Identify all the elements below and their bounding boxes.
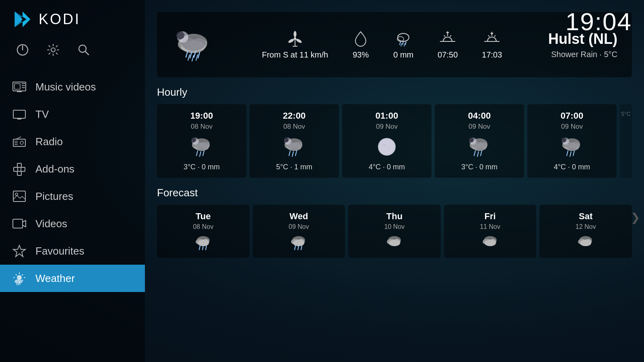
svg-line-72 [494,35,495,37]
sidebar-item-addons-label: Add-ons [35,163,74,175]
hour-temp-4: 4°C · 0 mm [554,163,590,171]
svg-line-44 [198,52,200,58]
forecast-date-1: 09 Nov [289,223,309,230]
svg-line-81 [200,152,201,156]
svg-line-106 [477,152,479,156]
hour-card-4: 07:00 09 Nov 4°C · 0 mm [527,104,617,178]
hour-card-3: 04:00 09 Nov 3°C · 0 mm [435,104,524,178]
music-video-icon [12,80,27,94]
svg-line-41 [186,51,188,57]
top-icons-bar [0,39,145,69]
humidity-detail: 93% [352,30,369,60]
svg-line-35 [20,283,20,285]
svg-point-50 [294,37,296,40]
svg-marker-1 [23,12,31,27]
forecast-icon-2 [384,234,405,251]
forecast-card-4: Sat 12 Nov [539,205,632,258]
svg-line-67 [444,35,445,37]
sidebar: KODI Music vide [0,0,145,362]
settings-icon[interactable] [46,43,60,57]
svg-point-98 [383,144,386,146]
svg-line-34 [18,284,19,285]
svg-line-33 [17,283,17,285]
svg-line-107 [481,151,482,156]
sunrise-icon [439,30,456,47]
forecast-card-2: Thu 10 Nov [348,205,441,258]
power-icon[interactable] [15,43,30,57]
sidebar-item-radio[interactable]: Radio [0,128,145,155]
svg-point-95 [284,138,289,142]
svg-point-52 [295,38,302,43]
weather-header-card: From S at 11 km/h 93% [157,12,632,77]
svg-point-32 [14,280,23,284]
svg-line-117 [573,151,574,156]
main-content: 19:04 [145,0,644,362]
hour-time-4: 07:00 [561,111,583,121]
forecast-row: Tue 08 Nov Wed 09 Nov [157,205,632,258]
forecast-section-title: Forecast [157,187,632,199]
sidebar-item-favourites-label: Favourites [35,245,84,257]
svg-rect-26 [17,171,21,175]
hour-card-5-partial: 5°C [620,104,632,178]
rain-detail: 0 mm [393,30,413,60]
sidebar-item-tv[interactable]: TV [0,101,145,128]
forecast-day-0: Tue [196,211,211,222]
sunset-value: 17:03 [482,50,502,60]
humidity-value: 93% [353,50,369,60]
hour-time-1: 22:00 [283,111,305,121]
svg-line-47 [196,55,198,60]
rain-value: 0 mm [393,50,413,60]
sidebar-item-videos[interactable]: Videos [0,210,145,237]
hour-icon-0 [188,135,215,159]
svg-point-99 [388,148,389,150]
svg-rect-24 [21,167,25,171]
wind-value: From S at 11 km/h [262,50,328,60]
hour-icon-1 [281,135,308,159]
svg-line-115 [567,151,568,156]
sunrise-detail: 07:50 [438,30,458,60]
svg-line-131 [295,246,295,250]
svg-line-91 [289,151,290,156]
sidebar-item-weather[interactable]: Weather [0,265,145,292]
kodi-logo-icon [12,9,33,30]
nav-menu: Music videos TV Radio [0,69,145,362]
radio-icon [12,134,27,149]
sidebar-item-tv-label: TV [35,108,49,121]
sidebar-item-music-videos[interactable]: Music videos [0,73,145,101]
svg-line-93 [295,151,297,156]
svg-line-125 [202,246,203,250]
svg-rect-29 [13,219,23,228]
sidebar-item-addons[interactable]: Add-ons [0,155,145,183]
forecast-date-2: 10 Nov [384,223,405,230]
svg-line-46 [192,56,194,61]
svg-point-109 [469,138,474,142]
forecast-card-3: Fri 11 Nov [444,205,537,258]
hourly-row: 19:00 08 Nov 3°C · 0 mm 22:00 08 Nov [157,104,632,178]
forecast-date-0: 08 Nov [193,223,213,230]
svg-point-85 [191,138,196,142]
svg-rect-23 [14,167,18,171]
sunset-detail: 17:03 [482,30,502,60]
svg-line-61 [401,43,402,46]
hour-time-0: 19:00 [190,111,213,121]
svg-rect-14 [13,110,25,118]
svg-line-133 [301,246,302,250]
sunrise-value: 07:50 [438,50,458,60]
sidebar-item-pictures[interactable]: Pictures [0,183,145,210]
svg-line-7 [85,51,89,55]
forecast-icon-4 [575,234,596,251]
svg-point-51 [293,31,296,37]
sidebar-item-favourites[interactable]: Favourites [0,237,145,265]
tv-icon [12,107,27,121]
svg-line-92 [292,152,293,156]
hour-date-1: 08 Nov [283,123,305,131]
forecast-day-1: Wed [289,211,308,222]
svg-point-137 [389,240,400,246]
forecast-day-2: Thu [386,211,402,222]
rain-icon [395,30,412,47]
svg-line-80 [196,151,198,156]
search-icon[interactable] [76,43,91,57]
svg-point-123 [198,240,209,246]
svg-rect-27 [13,191,25,202]
weather-nav-icon [12,271,27,286]
